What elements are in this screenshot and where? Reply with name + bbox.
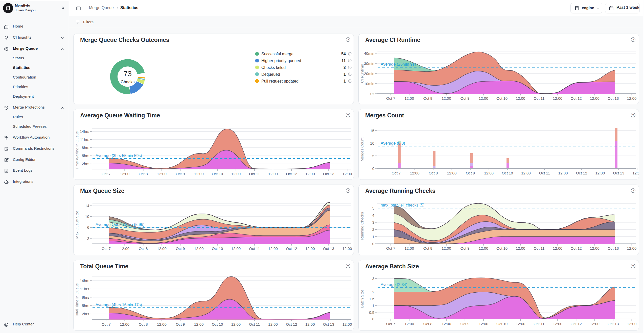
svg-text:Oct 12: Oct 12 [286,172,297,176]
svg-text:Oct 12: Oct 12 [570,96,582,100]
svg-text:i: i [350,73,350,76]
svg-text:11hrs: 11hrs [80,287,89,291]
svg-text:Oct 11: Oct 11 [249,322,260,326]
svg-text:10: 10 [85,214,89,219]
svg-text:12:00: 12:00 [442,322,451,326]
svg-text:Oct 8: Oct 8 [139,246,148,251]
svg-text:12:00: 12:00 [120,172,130,176]
svg-text:Oct 8: Oct 8 [423,96,432,100]
svg-text:Oct 12: Oct 12 [570,322,582,326]
svg-text:3: 3 [372,276,374,281]
svg-text:14: 14 [85,203,89,208]
svg-text:Oct 10: Oct 10 [502,171,513,175]
svg-text:12:00: 12:00 [231,322,241,326]
svg-text:Oct 11: Oct 11 [249,172,260,176]
svg-text:Oct 9: Oct 9 [176,172,185,176]
svg-text:Checks: Checks [121,80,134,84]
svg-text:11: 11 [341,59,346,63]
svg-text:12:00: 12:00 [627,96,637,100]
svg-text:15: 15 [370,129,374,133]
svg-text:30min: 30min [364,61,374,66]
svg-text:12:00: 12:00 [521,171,531,175]
svg-text:i: i [350,66,350,69]
svg-text:54: 54 [341,52,346,56]
svg-text:Oct 11: Oct 11 [249,246,260,251]
svg-text:Oct 8: Oct 8 [423,246,432,250]
svg-text:max_parallel_checks (5): max_parallel_checks (5) [381,203,424,208]
svg-text:Average Batch Size: Average Batch Size [365,263,419,270]
svg-text:12:00: 12:00 [268,246,278,251]
svg-text:2: 2 [87,236,89,241]
svg-text:Checks failed: Checks failed [261,65,286,70]
svg-text:12:00: 12:00 [410,171,420,175]
svg-text:12:00: 12:00 [120,322,130,326]
svg-text:73: 73 [124,70,132,78]
svg-text:Oct 12: Oct 12 [286,322,297,326]
svg-text:Time Waiting in Queue: Time Waiting in Queue [75,131,79,169]
svg-text:20min: 20min [364,71,374,76]
svg-text:8hrs: 8hrs [82,145,89,150]
svg-text:12:00: 12:00 [484,171,494,175]
svg-text:14hrs: 14hrs [80,278,89,283]
svg-text:Oct 11: Oct 11 [539,171,550,175]
svg-text:12:00: 12:00 [305,172,315,176]
svg-text:Merge Queue Checks Outcomes: Merge Queue Checks Outcomes [80,37,169,43]
svg-text:12:00: 12:00 [479,246,488,250]
svg-text:12:00: 12:00 [590,322,600,326]
svg-text:2: 2 [372,290,374,294]
svg-text:12:00: 12:00 [268,172,278,176]
svg-text:0: 0 [372,242,374,246]
svg-text:12:00: 12:00 [305,322,315,326]
svg-text:Oct 10: Oct 10 [496,322,508,326]
svg-text:0.5: 0.5 [369,310,374,315]
svg-text:8hrs: 8hrs [82,295,89,299]
svg-text:12:00: 12:00 [194,246,204,251]
svg-text:1: 1 [372,235,374,239]
svg-text:5: 5 [372,206,374,210]
svg-text:Successful merge: Successful merge [261,52,293,56]
svg-text:12:00: 12:00 [194,172,204,176]
svg-text:12:00: 12:00 [405,96,414,100]
svg-text:Oct 7: Oct 7 [386,246,395,250]
svg-text:Batch Size: Batch Size [360,290,364,308]
svg-text:12:00: 12:00 [516,322,525,326]
svg-text:0: 0 [372,317,374,321]
svg-text:Average (4hrs 16min 17s): Average (4hrs 16min 17s) [96,303,142,307]
svg-text:12:00: 12:00 [479,322,488,326]
svg-text:?: ? [632,265,634,268]
svg-text:12:00: 12:00 [558,171,568,175]
svg-text:i: i [350,80,350,83]
svg-text:?: ? [347,265,349,268]
svg-text:Oct 12: Oct 12 [570,246,582,250]
svg-text:?: ? [347,114,349,117]
svg-text:5: 5 [372,154,374,158]
svg-text:Oct 10: Oct 10 [212,172,223,176]
svg-text:Total Time in Queue: Total Time in Queue [75,283,79,317]
svg-text:Oct 13: Oct 13 [613,171,624,175]
svg-text:Oct 10: Oct 10 [496,246,508,250]
svg-text:10: 10 [370,141,374,145]
svg-text:?: ? [347,189,349,193]
svg-text:12:00: 12:00 [157,246,167,251]
svg-text:Average (2.34): Average (2.34) [381,283,407,287]
svg-text:Oct 9: Oct 9 [176,322,185,326]
svg-text:Average (8.8): Average (8.8) [381,141,405,145]
svg-text:5hrs: 5hrs [82,303,89,308]
svg-text:12:00: 12:00 [442,96,451,100]
svg-text:10min: 10min [364,82,374,86]
svg-text:1: 1 [343,72,346,76]
svg-text:5hrs: 5hrs [82,153,89,158]
svg-text:Oct 7: Oct 7 [102,172,111,176]
svg-text:Oct 13: Oct 13 [323,322,334,326]
svg-text:Merges Count: Merges Count [360,137,364,161]
svg-text:12:00: 12:00 [516,246,525,250]
svg-text:12:00: 12:00 [305,246,315,251]
svg-text:i: i [350,53,350,55]
svg-text:12:00: 12:00 [595,171,605,175]
svg-text:2: 2 [372,227,374,232]
svg-text:3: 3 [343,65,346,70]
svg-text:Oct 10: Oct 10 [212,322,223,326]
svg-text:Oct 13: Oct 13 [323,172,334,176]
svg-text:12:00: 12:00 [268,322,278,326]
svg-text:12:00: 12:00 [342,322,352,326]
